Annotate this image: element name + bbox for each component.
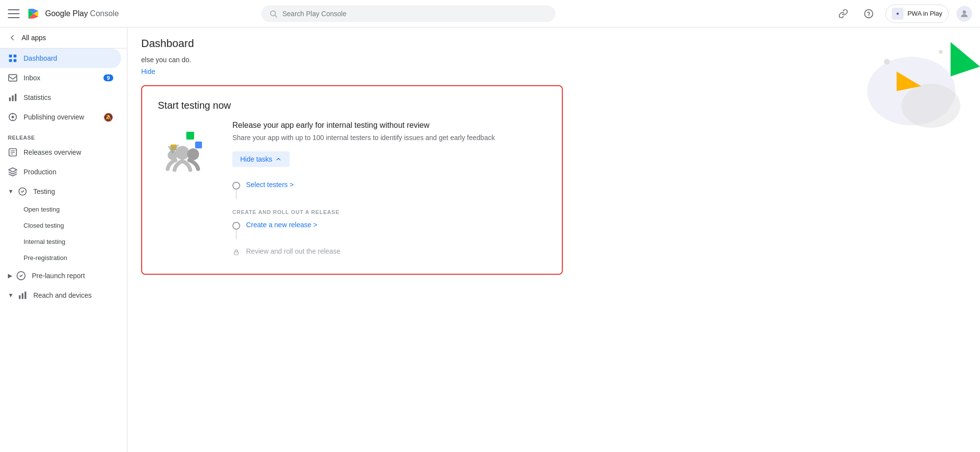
release-section-label: Release (0, 127, 127, 143)
logo-icon (25, 6, 41, 22)
intro-text: else you can do. (141, 56, 966, 64)
task-circle-2 (232, 222, 240, 230)
svg-rect-38 (195, 142, 202, 148)
dashboard-icon (8, 53, 18, 63)
link-icon-btn[interactable] (834, 5, 852, 23)
app-name: PWA in Play (907, 10, 942, 17)
sidebar-sub-item-pre-registration[interactable]: Pre-registration (0, 250, 127, 266)
sidebar-item-label: Pre-launch report (32, 272, 85, 280)
all-apps-label: All apps (22, 34, 46, 42)
task-label-create-release[interactable]: Create a new release > (246, 221, 317, 229)
create-release-section: CREATE AND ROLL OUT A RELEASE (232, 203, 546, 217)
help-icon-btn[interactable] (860, 5, 878, 23)
pre-launch-expand-icon: ▶ (8, 272, 12, 279)
svg-rect-8 (14, 55, 17, 58)
sidebar-item-testing[interactable]: ▼ Testing (0, 182, 121, 201)
main-header: Dashboard (127, 27, 980, 56)
sidebar-item-label: Dashboard (24, 54, 57, 62)
sidebar-sub-item-internal-testing[interactable]: Internal testing (0, 234, 127, 250)
logo-text: Google Play Console (45, 9, 119, 18)
main-content: Dashboard else you can do. Hide Start te… (127, 27, 980, 452)
sidebar-item-label: Reach and devices (33, 291, 92, 299)
sidebar-item-label: Production (24, 168, 56, 176)
svg-rect-14 (15, 94, 16, 101)
sidebar-item-releases-overview[interactable]: Releases overview (0, 143, 121, 162)
svg-rect-7 (9, 55, 12, 58)
topbar-right: PWA in Play (834, 4, 972, 23)
avatar-icon (959, 9, 969, 19)
svg-rect-11 (9, 74, 17, 81)
pre-launch-icon (16, 271, 26, 281)
sidebar-item-pre-launch-report[interactable]: ▶ Pre-launch report (0, 266, 121, 285)
reach-expand-icon: ▼ (8, 292, 14, 299)
svg-rect-40 (234, 252, 238, 255)
sidebar-item-inbox[interactable]: Inbox 9 (0, 68, 121, 88)
testing-card: Start testing now (141, 85, 563, 275)
pre-registration-label: Pre-registration (24, 254, 67, 262)
svg-rect-13 (12, 95, 13, 101)
sidebar-item-production[interactable]: Production (0, 162, 121, 182)
sidebar-item-dashboard[interactable]: Dashboard (0, 48, 121, 68)
search-bar[interactable] (261, 5, 555, 22)
task-line (236, 190, 237, 199)
sidebar-item-publishing-overview[interactable]: Publishing overview 🔕 (0, 107, 121, 127)
svg-point-6 (963, 10, 966, 14)
app-icon (892, 8, 904, 20)
testing-card-title: Start testing now (158, 100, 546, 111)
sidebar-item-label: Inbox (24, 74, 40, 82)
search-input[interactable] (282, 10, 548, 18)
hide-link[interactable]: Hide (141, 68, 155, 75)
svg-point-16 (12, 116, 14, 119)
user-avatar[interactable] (956, 6, 972, 22)
task-line-2 (236, 230, 237, 239)
sidebar-item-label: Testing (33, 188, 55, 195)
task-label-review-release: Review and roll out the release (246, 247, 340, 255)
internal-testing-label: Internal testing (24, 238, 65, 245)
sidebar: All apps Dashboard Inbox (0, 27, 127, 452)
hide-tasks-button[interactable]: Hide tasks (232, 151, 290, 167)
expand-arrow-icon: ▼ (8, 188, 14, 195)
sidebar-sub-item-open-testing[interactable]: Open testing (0, 201, 127, 217)
task-item-review-release: Review and roll out the release (232, 243, 546, 260)
app-chip[interactable]: PWA in Play (885, 4, 949, 23)
svg-rect-26 (25, 292, 26, 299)
svg-point-3 (865, 9, 873, 18)
open-testing-label: Open testing (24, 206, 60, 213)
page-title: Dashboard (141, 37, 966, 50)
sidebar-sub-item-closed-testing[interactable]: Closed testing (0, 217, 127, 234)
sidebar-item-label: Releases overview (24, 148, 81, 156)
sidebar-item-label: Statistics (24, 94, 51, 101)
sidebar-all-apps[interactable]: All apps (0, 27, 127, 48)
sidebar-item-reach-devices[interactable]: ▼ Reach and devices (0, 285, 121, 305)
task-circle (232, 182, 240, 190)
hide-tasks-label: Hide tasks (240, 155, 272, 163)
back-arrow-icon (8, 33, 17, 42)
logo[interactable]: Google Play Console (25, 6, 119, 22)
testing-card-right: Release your app early for internal test… (232, 121, 546, 260)
lock-icon (232, 248, 240, 256)
inbox-icon (8, 73, 18, 83)
task-label-select-testers[interactable]: Select testers > (246, 181, 294, 189)
task-connector (232, 181, 240, 199)
svg-rect-25 (22, 293, 23, 299)
svg-point-33 (176, 146, 189, 160)
search-icon (269, 9, 277, 18)
help-icon (864, 9, 874, 19)
task-connector-3 (232, 247, 240, 256)
testing-illustration (158, 121, 217, 260)
testing-card-desc: Share your app with up to 100 internal t… (232, 134, 546, 142)
svg-rect-12 (9, 97, 11, 101)
topbar: Google Play Console (0, 0, 980, 27)
layout: All apps Dashboard Inbox (0, 27, 980, 452)
hamburger-menu[interactable] (8, 8, 20, 20)
task-connector-2 (232, 221, 240, 239)
svg-line-2 (275, 15, 277, 17)
svg-point-4 (868, 15, 869, 16)
sidebar-item-statistics[interactable]: Statistics (0, 88, 121, 107)
svg-rect-24 (19, 295, 20, 299)
reach-icon (18, 290, 27, 300)
production-icon (8, 167, 18, 177)
task-item-create-release: Create a new release > (232, 217, 546, 243)
publishing-icon (8, 112, 18, 122)
chevron-up-icon (275, 156, 282, 163)
